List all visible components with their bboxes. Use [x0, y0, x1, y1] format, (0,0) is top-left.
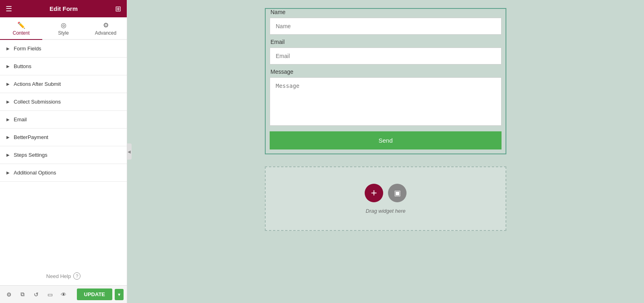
arrow-email: ▶ — [6, 117, 10, 122]
accordion-buttons: ▶ Buttons — [0, 58, 127, 75]
message-label: Message — [270, 68, 502, 75]
accordion-additional-label: Additional Options — [14, 170, 56, 176]
email-input[interactable] — [270, 48, 502, 64]
tab-style-label: Style — [58, 30, 69, 36]
need-help-label: Need Help — [46, 273, 71, 279]
grid-icon[interactable]: ⊞ — [115, 4, 121, 13]
main-area: Name Email Message Send + ▣ Drag widget … — [127, 0, 644, 303]
accordion-steps-label: Steps Settings — [14, 152, 47, 158]
tab-content-label: Content — [12, 30, 29, 36]
collapse-handle[interactable]: ◀ — [127, 143, 132, 160]
form-widget: Name Email Message Send — [265, 8, 506, 154]
panel-header: ☰ Edit Form ⊞ — [0, 0, 127, 17]
need-help-section: Need Help ? — [0, 267, 127, 285]
accordion-better-payment-header[interactable]: ▶ BetterPayment — [0, 129, 127, 146]
accordion-collect-submissions: ▶ Collect Submissions — [0, 93, 127, 111]
email-field-group: Email — [266, 39, 506, 68]
name-label: Name — [270, 9, 502, 15]
content-tab-icon: ✏️ — [17, 21, 25, 29]
accordion-additional-options: ▶ Additional Options — [0, 164, 127, 182]
send-button[interactable]: Send — [270, 131, 502, 149]
advanced-tab-icon: ⚙ — [103, 21, 109, 29]
name-field-group: Name — [266, 9, 506, 39]
accordion-form-fields-label: Form Fields — [14, 46, 41, 52]
accordion-collect-label: Collect Submissions — [14, 99, 61, 105]
accordion-email-label: Email — [14, 116, 27, 122]
tab-advanced-label: Advanced — [95, 30, 116, 36]
accordion-additional-header[interactable]: ▶ Additional Options — [0, 164, 127, 181]
bottom-toolbar: ⚙ ⧉ ↺ ▭ 👁 UPDATE ▾ — [0, 285, 127, 303]
arrow-better-payment: ▶ — [6, 135, 10, 139]
drag-widget-label: Drag widget here — [366, 208, 406, 214]
arrow-form-fields: ▶ — [6, 46, 10, 51]
accordion: ▶ Form Fields ▶ Buttons ▶ Actions After … — [0, 40, 127, 267]
eye-icon-btn[interactable]: 👁 — [58, 289, 69, 300]
accordion-email-header[interactable]: ▶ Email — [0, 111, 127, 128]
email-label: Email — [270, 39, 502, 45]
arrow-buttons: ▶ — [6, 64, 10, 68]
arrow-additional: ▶ — [6, 170, 10, 175]
responsive-icon-btn[interactable]: ▭ — [44, 289, 56, 300]
style-tab-icon: ◎ — [61, 21, 66, 29]
layers-icon-btn[interactable]: ⧉ — [17, 289, 28, 300]
left-panel: ☰ Edit Form ⊞ ✏️ Content ◎ Style ⚙ Advan… — [0, 0, 127, 303]
accordion-steps-header[interactable]: ▶ Steps Settings — [0, 146, 127, 164]
accordion-form-fields: ▶ Form Fields — [0, 40, 127, 58]
update-dropdown-button[interactable]: ▾ — [115, 289, 124, 300]
name-input[interactable] — [270, 18, 502, 35]
tab-style[interactable]: ◎ Style — [42, 17, 85, 40]
widget-type-button[interactable]: ▣ — [388, 184, 407, 202]
add-widget-button[interactable]: + — [365, 184, 383, 202]
settings-icon-btn[interactable]: ⚙ — [3, 289, 14, 300]
drag-widget-area: + ▣ Drag widget here — [265, 166, 506, 231]
accordion-actions-after-submit: ▶ Actions After Submit — [0, 75, 127, 93]
update-button[interactable]: UPDATE — [77, 288, 112, 300]
arrow-steps: ▶ — [6, 153, 10, 157]
help-icon[interactable]: ? — [73, 272, 80, 280]
menu-icon[interactable]: ☰ — [6, 4, 12, 13]
tabs-row: ✏️ Content ◎ Style ⚙ Advanced — [0, 17, 127, 40]
tab-advanced[interactable]: ⚙ Advanced — [85, 17, 127, 40]
accordion-better-payment-label: BetterPayment — [14, 134, 48, 140]
history-icon-btn[interactable]: ↺ — [31, 289, 42, 300]
accordion-buttons-header[interactable]: ▶ Buttons — [0, 58, 127, 75]
drag-actions: + ▣ — [365, 184, 407, 202]
accordion-actions-label: Actions After Submit — [14, 81, 61, 87]
accordion-email: ▶ Email — [0, 111, 127, 129]
accordion-form-fields-header[interactable]: ▶ Form Fields — [0, 40, 127, 57]
arrow-collect: ▶ — [6, 100, 10, 104]
tab-content[interactable]: ✏️ Content — [0, 17, 42, 40]
message-field-group: Message — [266, 68, 506, 131]
panel-title: Edit Form — [50, 5, 78, 12]
accordion-collect-header[interactable]: ▶ Collect Submissions — [0, 93, 127, 110]
accordion-actions-header[interactable]: ▶ Actions After Submit — [0, 75, 127, 93]
arrow-actions: ▶ — [6, 82, 10, 86]
accordion-steps-settings: ▶ Steps Settings — [0, 146, 127, 164]
accordion-buttons-label: Buttons — [14, 63, 31, 69]
message-textarea[interactable] — [270, 77, 502, 126]
accordion-better-payment: ▶ BetterPayment — [0, 129, 127, 146]
